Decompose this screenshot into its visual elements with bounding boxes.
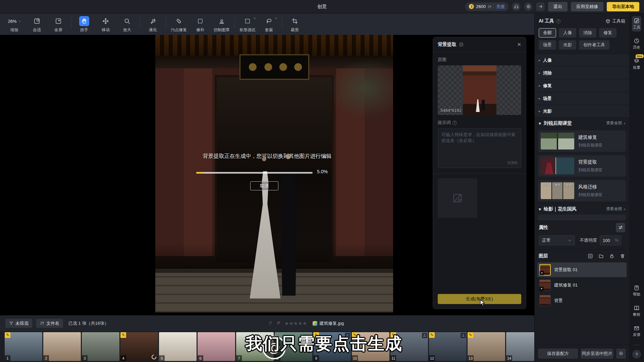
filmstrip-thumbnail[interactable]: 8 [275,332,312,361]
tool-zoom-in[interactable]: 放大 [116,13,138,33]
tool-liquify[interactable]: 液化 [142,13,164,33]
sort-button[interactable]: 文件名 [36,319,63,328]
section-course[interactable]: ▾刘锐后期课堂 查看全部› [535,117,629,129]
trash-icon[interactable] [620,253,625,259]
help-circle-button[interactable]: ? [632,350,641,359]
chip-scene[interactable]: 场景 [539,40,556,50]
cancel-button[interactable]: 取消 [250,181,278,190]
save-recipe-button[interactable]: 保存新配方 [538,349,578,359]
chip-light[interactable]: 光影 [559,40,576,50]
toolbox-button[interactable]: 工具箱 [605,18,625,24]
filmstrip-thumbnail[interactable]: 7 [236,332,274,361]
chip-erase[interactable]: 消除 [579,28,596,38]
filmstrip-thumbnail[interactable]: 6 [198,332,235,361]
layer-row-background[interactable]: 背景 [537,293,627,308]
tool-move[interactable]: 移动 [95,13,116,33]
folder-icon[interactable] [598,253,604,259]
tool-fit[interactable]: 合适 [26,13,48,33]
section-huasheng[interactable]: ▾绘影｜花生国风 查看全部› [535,203,629,215]
lock-icon[interactable] [609,253,614,259]
sync-to-selected-button[interactable]: 同步至选中照片 [581,349,613,359]
support-button[interactable] [512,2,521,11]
close-icon[interactable]: ✕ [517,42,521,48]
chevron-down-icon [18,20,21,23]
filmstrip-thumbnail[interactable]: ✎ 11 [390,332,428,361]
zoom-level-dropdown[interactable]: 26% 缩放 [3,13,26,33]
edited-pencil-icon: ✎ [120,332,126,338]
refresh-icon[interactable]: ⟳ [488,4,492,9]
view-all-link[interactable]: 查看全部› [606,120,625,126]
rail-tab-tools[interactable]: 工具 [632,16,641,32]
tool-marquee[interactable]: ˅ 矩形选区 [237,13,258,33]
star-rating[interactable]: ★★★★★ [284,320,307,326]
new-badge: New [636,54,644,58]
section-portrait[interactable]: ▸人像 [535,54,629,66]
selection-count: 已选 1 张（共16张） [68,320,109,326]
opacity-field[interactable]: % [600,235,621,245]
chip-creator-tools[interactable]: 创作者工具 [579,40,609,50]
blend-mode-select[interactable]: 正常 [539,235,575,245]
tool-clone-stamp[interactable]: 仿制图章 [211,13,232,33]
filmstrip-thumbnail[interactable]: ✎ 9 [313,332,351,361]
opacity-input[interactable] [603,238,613,243]
export-local-button[interactable]: 导出至本地 [607,2,639,11]
tool-lasso[interactable]: ˅ 套索 [258,13,280,33]
section-repair[interactable]: ▸修复 [535,79,629,92]
rail-tab-batch[interactable]: New 批量 [632,56,641,72]
filmstrip-thumbnail[interactable]: ✎ 10 [352,332,389,361]
filmstrip: ✎ 1 2 3 ✎ 4 5 6 7 [0,331,534,362]
star-icon[interactable]: ★ [289,320,293,326]
recharge-link[interactable]: 充值 [496,4,505,10]
credits-pill[interactable]: ¥ 2600 ⟳ 充值 [465,2,508,11]
rail-tab-tutorial[interactable]: 教程 [632,303,641,319]
reject-flag-icon[interactable] [276,321,281,326]
rail-tab-feedback[interactable]: 反馈 [632,323,641,339]
sync-target-button[interactable] [616,349,626,359]
tool-patch[interactable]: 修补 [190,13,211,33]
course-card-building-repair[interactable]: 建筑修复 刘锐后期课堂 [538,130,626,152]
exit-button[interactable]: 退出 [548,2,568,11]
chip-repair[interactable]: 修复 [599,28,616,38]
tool-crop[interactable]: 裁剪 [284,13,306,33]
apply-to-retouch-button[interactable]: 应用至精修 [571,2,603,11]
layer-row-background-extract[interactable]: ✦ 背景提取 01 [537,262,627,277]
tool-fullscreen[interactable]: 全屏 [48,13,69,33]
adjustment-layer-icon[interactable] [588,253,593,259]
filmstrip-thumbnail[interactable]: ✎ 1 [5,332,42,361]
star-icon[interactable]: ★ [298,320,302,326]
task-queue-icon[interactable] [459,42,464,47]
filmstrip-thumbnail[interactable]: 2 [43,332,81,361]
filmstrip-thumbnail[interactable]: 14 [506,332,534,361]
tool-spot-heal[interactable]: 污点修复 [168,13,190,33]
filter-button[interactable]: 未筛选 [5,319,32,328]
collapse-panel-button[interactable] [536,2,545,11]
layer-row-building-repair[interactable]: ✦ 建筑修复 01 [537,278,627,293]
prompt-input[interactable] [438,129,521,158]
course-card-style-transfer[interactable]: 原图参考效果 风格迁移 刘锐后期课堂 [538,180,626,201]
rail-tab-help[interactable]: 帮助 [632,283,641,299]
credits-value: 2600 [476,4,486,9]
filmstrip-thumbnail[interactable]: ✎ 12 [429,332,467,361]
bandage-icon [175,18,182,24]
chip-portrait[interactable]: 人像 [559,28,576,38]
course-card-background-extract[interactable]: 背景提取 刘锐后期课堂 [538,155,626,177]
chip-all[interactable]: 全部 [539,28,556,38]
tool-hand[interactable]: 抓手 [73,13,95,33]
filmstrip-thumbnail[interactable]: ✎ 4 [120,332,158,361]
rail-tab-history[interactable]: 历史 [632,36,641,52]
color-label-icon[interactable] [313,321,317,326]
star-icon[interactable]: ★ [284,320,289,326]
section-light[interactable]: ▸光影 [535,105,629,117]
pick-flag-icon[interactable] [268,321,273,326]
section-scene[interactable]: ▸场景 [535,92,629,105]
filmstrip-thumbnail[interactable]: 5 [159,332,197,361]
mixer-button[interactable] [616,223,625,232]
settings-button[interactable] [524,2,533,11]
filmstrip-thumbnail[interactable]: 3 [82,332,119,361]
layer-thumbnail [539,295,551,306]
filmstrip-thumbnail[interactable]: ✎ 13 [468,332,505,361]
section-erase[interactable]: ▸消除 [535,66,629,79]
view-all-link[interactable]: 查看全部› [606,206,625,212]
star-icon[interactable]: ★ [303,320,307,326]
star-icon[interactable]: ★ [293,320,298,326]
